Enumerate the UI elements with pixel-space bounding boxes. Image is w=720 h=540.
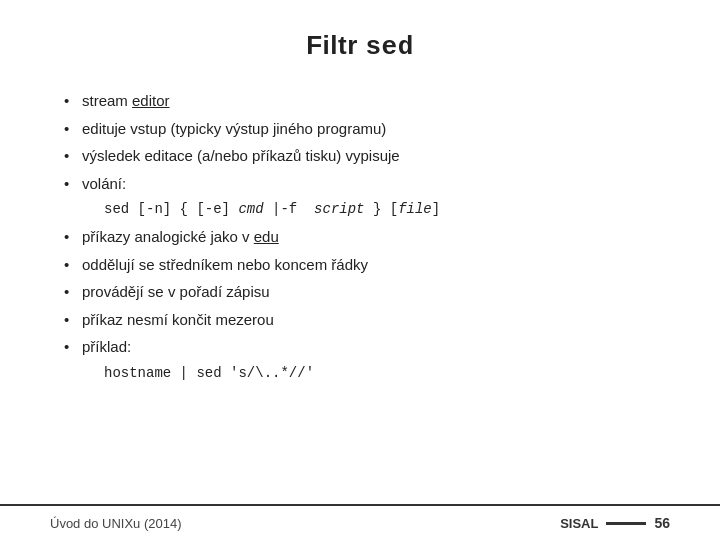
list-item: příkazy analogické jako v edu	[60, 226, 670, 249]
list-item: oddělují se středníkem nebo koncem řádky	[60, 254, 670, 277]
bullet-9-text: příklad:	[82, 338, 131, 355]
list-item: výsledek editace (a/nebo příkazů tisku) …	[60, 145, 670, 168]
list-item: stream editor	[60, 90, 670, 113]
list-item: volání: sed [-n] { [-e] cmd |-f script }…	[60, 173, 670, 221]
bullet-3-text: výsledek editace (a/nebo příkazů tisku) …	[82, 147, 400, 164]
slide-title: Filtr sed	[50, 30, 670, 62]
command-line: sed [-n] { [-e] cmd |-f script } [file]	[104, 199, 670, 220]
title-text-plain: Filtr	[306, 30, 358, 60]
bullet-8-text: příkaz nesmí končit mezerou	[82, 311, 274, 328]
list-item: příkaz nesmí končit mezerou	[60, 309, 670, 332]
title-text-mono: sed	[366, 32, 414, 62]
bullet-list: stream editor edituje vstup (typicky výs…	[60, 90, 670, 384]
footer-right: SISAL 56	[560, 515, 720, 531]
bullet-5-text: příkazy analogické jako v edu	[82, 228, 279, 245]
sisal-bar-divider	[606, 522, 646, 525]
bullet-7-text: provádějí se v pořadí zápisu	[82, 283, 270, 300]
bullet-4-text: volání:	[82, 175, 126, 192]
slide: Filtr sed stream editor edituje vstup (t…	[0, 0, 720, 540]
page-number: 56	[654, 515, 700, 531]
bullet-6-text: oddělují se středníkem nebo koncem řádky	[82, 256, 368, 273]
list-item: příklad: hostname | sed 's/\..*//'	[60, 336, 670, 384]
sisal-brand: SISAL	[560, 516, 598, 531]
bullet-2-text: edituje vstup (typicky výstup jiného pro…	[82, 120, 386, 137]
list-item: provádějí se v pořadí zápisu	[60, 281, 670, 304]
footer-course-label: Úvod do UNIXu (2014)	[50, 516, 182, 531]
slide-content: stream editor edituje vstup (typicky výs…	[50, 90, 670, 384]
hostname-line: hostname | sed 's/\..*//'	[104, 363, 670, 384]
bullet-1-text: stream editor	[82, 92, 170, 109]
list-item: edituje vstup (typicky výstup jiného pro…	[60, 118, 670, 141]
slide-footer: Úvod do UNIXu (2014) SISAL 56	[0, 504, 720, 540]
footer-left: Úvod do UNIXu (2014)	[0, 516, 560, 531]
